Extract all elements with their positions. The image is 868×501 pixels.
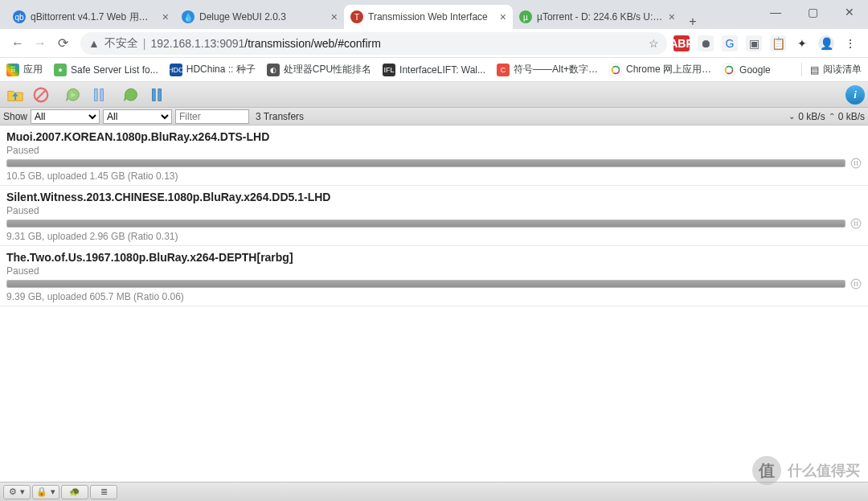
bookmark-item[interactable]: HDCHDChina :: 种子 [170, 63, 256, 76]
progress-bar [6, 280, 845, 288]
bookmark-item[interactable]: IFLInterfaceLIFT: Wal... [383, 64, 485, 76]
torrent-row[interactable]: The.Two.of.Us.1967.1080p.BluRay.x264-DEP… [0, 246, 868, 306]
svg-rect-10 [95, 88, 98, 101]
pause-torrent-button[interactable] [87, 84, 111, 105]
down-arrow-icon: ⌄ [788, 112, 795, 121]
insecure-icon: ▲ [88, 37, 100, 50]
bookmark-icon: ◐ [267, 64, 280, 76]
insecure-label: 不安全 [104, 36, 138, 51]
maximize-button[interactable]: ▢ [794, 0, 831, 24]
svg-rect-22 [857, 281, 858, 286]
svg-rect-18 [854, 221, 855, 226]
torrent-status: Paused [6, 145, 862, 156]
browser-tab[interactable]: qbqBittorrent v4.1.7 Web 用户界× [6, 5, 175, 29]
back-button[interactable]: ← [6, 32, 29, 55]
browser-tab[interactable]: TTransmission Web Interface× [344, 5, 513, 29]
open-torrent-button[interactable] [3, 84, 27, 105]
pause-indicator-icon[interactable] [850, 158, 862, 169]
url-port: :9091 [216, 37, 244, 50]
progress-bar [6, 159, 845, 167]
reading-list-icon: ▤ [810, 64, 819, 76]
up-rate: 0 kB/s [838, 111, 865, 122]
transmission-toolbar: i [0, 82, 868, 108]
forward-button[interactable]: → [29, 32, 51, 55]
torrent-row[interactable]: Muoi.2007.KOREAN.1080p.BluRay.x264.DTS-L… [0, 125, 868, 186]
close-window-button[interactable]: ✕ [831, 0, 868, 24]
svg-rect-15 [854, 161, 855, 166]
browser-tab[interactable]: 💧Deluge WebUI 2.0.3× [175, 5, 344, 29]
tab-title: Deluge WebUI 2.0.3 [199, 11, 326, 23]
pause-indicator-icon[interactable] [850, 218, 862, 229]
torrent-row[interactable]: Silent.Witness.2013.CHINESE.1080p.BluRay… [0, 186, 868, 246]
inspector-button[interactable]: i [845, 85, 865, 105]
start-all-button[interactable] [119, 84, 143, 105]
svg-rect-16 [857, 161, 858, 166]
bookmark-item[interactable]: Chrome 网上应用… [609, 63, 711, 76]
up-arrow-icon: ⌃ [829, 112, 835, 121]
bookmark-item[interactable]: ◐处理器CPU性能排名 [267, 63, 371, 76]
svg-rect-19 [857, 221, 858, 226]
compact-view-button[interactable]: ≣ [90, 485, 117, 499]
down-rate: 0 kB/s [798, 111, 825, 122]
filter-tracker-select[interactable]: All [103, 109, 172, 124]
watermark: 值 什么值得买 [752, 456, 860, 485]
progress-bar [6, 220, 845, 228]
apps-button[interactable]: ⠿ 应用 [6, 63, 43, 76]
bookmark-item[interactable]: C符号——Alt+数字… [497, 63, 598, 76]
pause-all-button[interactable] [145, 84, 169, 105]
browser-tab-strip: qbqBittorrent v4.1.7 Web 用户界×💧Deluge Web… [0, 0, 868, 29]
svg-point-17 [851, 219, 861, 228]
bookmark-label: Google [739, 64, 771, 76]
bookmark-label: 处理器CPU性能排名 [284, 63, 371, 76]
close-tab-icon[interactable]: × [331, 10, 338, 23]
watermark-text: 什么值得买 [788, 461, 860, 480]
svg-point-14 [851, 158, 861, 168]
apps-icon: ⠿ [6, 64, 19, 76]
extensions-menu-icon[interactable]: ✦ [794, 35, 810, 51]
svg-rect-11 [100, 88, 104, 101]
bookmark-icon: HDC [170, 64, 182, 76]
bookmark-label: InterfaceLIFT: Wal... [399, 64, 485, 76]
url-path: /transmission/web/#confirm [244, 37, 381, 50]
close-tab-icon[interactable]: × [162, 10, 169, 23]
browser-menu-icon[interactable]: ⋮ [842, 35, 858, 51]
close-tab-icon[interactable]: × [500, 10, 506, 23]
record-icon[interactable]: ⏺ [698, 35, 714, 51]
reading-list-button[interactable]: ▤ 阅读清单 [801, 63, 862, 76]
square-ext-icon[interactable]: ▣ [746, 35, 762, 51]
bookmark-icon: ● [54, 64, 67, 76]
bookmarks-bar: ⠿ 应用 ●Safe Server List fo...HDCHDChina :… [0, 58, 868, 82]
tab-title: µTorrent - D: 224.6 KB/s U: 7… [537, 11, 664, 23]
url-input[interactable]: ▲ 不安全 | 192.168.1.13:9091/transmission/w… [80, 32, 667, 55]
filter-status-select[interactable]: All [31, 109, 100, 124]
close-tab-icon[interactable]: × [669, 10, 675, 23]
bookmark-item[interactable]: Google [723, 64, 771, 76]
bookmark-item[interactable]: ●Safe Server List fo... [54, 64, 158, 76]
filter-text-input[interactable] [175, 109, 249, 124]
lock-button[interactable]: 🔒 ▾ [32, 485, 59, 499]
svg-line-9 [37, 90, 46, 99]
pause-indicator-icon[interactable] [850, 278, 862, 290]
abp-icon[interactable]: ABP [674, 35, 690, 51]
turtle-mode-button[interactable]: 🐢 [61, 485, 88, 499]
reload-button[interactable]: ⟳ [51, 32, 74, 55]
torrent-name: The.Two.of.Us.1967.1080p.BluRay.x264-DEP… [6, 251, 862, 264]
remove-torrent-button[interactable] [29, 84, 53, 105]
start-torrent-button[interactable] [61, 84, 85, 105]
browser-tab[interactable]: µµTorrent - D: 224.6 KB/s U: 7…× [513, 5, 682, 29]
extension-icons: ABP ⏺ G ▣ 📋 ✦ 👤 ⋮ [674, 35, 862, 51]
status-bar: ⚙ ▾ 🔒 ▾ 🐢 ≣ [0, 482, 868, 501]
torrent-details: 10.5 GB, uploaded 1.45 GB (Ratio 0.13) [6, 170, 862, 182]
g-ext-icon[interactable]: G [722, 35, 738, 51]
torrent-name: Muoi.2007.KOREAN.1080p.BluRay.x264.DTS-L… [6, 130, 862, 143]
profile-icon[interactable]: 👤 [818, 35, 834, 51]
bookmark-label: Chrome 网上应用… [626, 63, 711, 76]
bookmark-star-icon[interactable]: ☆ [649, 37, 659, 50]
torrent-status: Paused [6, 205, 862, 216]
new-tab-button[interactable]: + [682, 14, 704, 29]
minimize-button[interactable]: — [757, 0, 794, 24]
torrent-name: Silent.Witness.2013.CHINESE.1080p.BluRay… [6, 191, 862, 203]
settings-button[interactable]: ⚙ ▾ [3, 485, 31, 499]
clipboard-ext-icon[interactable]: 📋 [770, 35, 786, 51]
apps-label: 应用 [23, 63, 43, 76]
